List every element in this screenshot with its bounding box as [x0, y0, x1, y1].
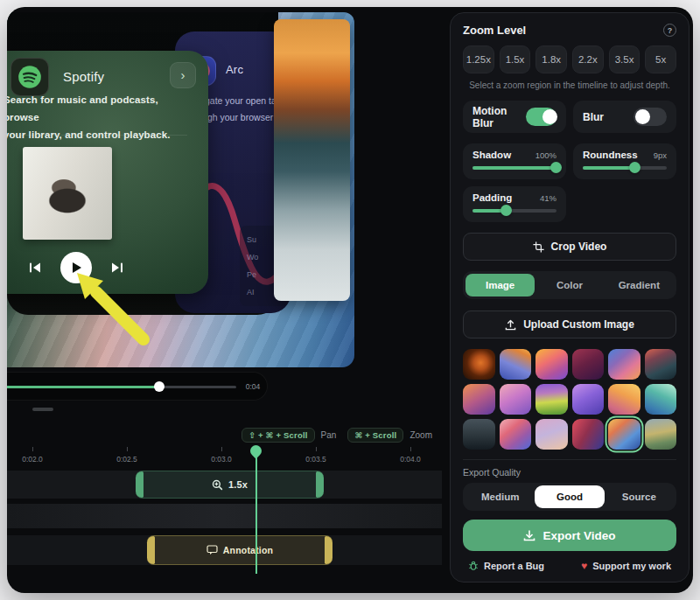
photo-strip: [274, 19, 350, 301]
wallpaper-thumbnail[interactable]: [463, 384, 495, 415]
chevron-right-button[interactable]: ›: [170, 62, 196, 88]
arc-card-title: Arc: [226, 63, 243, 76]
scrubber-remaining: [159, 386, 236, 388]
wallpaper-thumbnail[interactable]: [536, 349, 568, 380]
panel-resize-handle[interactable]: [32, 408, 53, 411]
spotify-logo-icon: [18, 65, 42, 89]
report-bug-link[interactable]: Report a Bug: [468, 561, 544, 571]
annotation-track[interactable]: Annotation: [7, 535, 442, 565]
zoom-track[interactable]: 1.5x: [7, 471, 442, 499]
zoom-level-button[interactable]: 3.5x: [609, 45, 640, 73]
quality-medium[interactable]: Medium: [466, 485, 535, 508]
ruler-tick: 0:04.0: [393, 447, 428, 464]
heart-icon: ♥: [581, 560, 587, 572]
wallpaper-thumbnail[interactable]: [500, 384, 532, 415]
roundness-label: Roundness: [583, 150, 638, 160]
shadow-slider-card: Shadow 100%: [463, 143, 566, 179]
video-preview[interactable]: Arc Navigate your open tab through your …: [7, 12, 354, 367]
background-type-tabs: Image Color Gradient: [463, 271, 676, 299]
roundness-slider[interactable]: [583, 166, 667, 170]
slider-knob[interactable]: [500, 205, 512, 216]
padding-slider[interactable]: [472, 209, 556, 213]
zoom-level-button[interactable]: 1.8x: [536, 45, 567, 73]
wallpaper-thumbnail[interactable]: [608, 419, 640, 450]
ruler-tick: 0:02.0: [15, 447, 50, 464]
timeline-ruler[interactable]: 0:02.00:02.50:03.00:03.50:04.0: [7, 447, 442, 473]
slider-knob[interactable]: [550, 162, 562, 173]
pan-shortcut-badge: ⇧ + ⌘ + Scroll: [242, 428, 315, 443]
upload-custom-image-button[interactable]: Upload Custom Image: [463, 310, 676, 338]
zoom-level-button[interactable]: 5x: [645, 45, 676, 73]
spotify-card-title: Spotify: [63, 69, 104, 84]
wallpaper-thumbnail[interactable]: [536, 419, 568, 450]
wallpaper-thumbnail[interactable]: [572, 384, 605, 415]
zoom-segment-label: 1.5x: [228, 479, 248, 490]
slider-fill: [472, 166, 556, 170]
padding-slider-card: Padding 41%: [463, 186, 566, 222]
wallpaper-thumbnail[interactable]: [536, 384, 568, 415]
video-clip-track[interactable]: [7, 504, 442, 528]
wallpaper-thumbnail[interactable]: [463, 419, 495, 450]
previous-track-icon[interactable]: [28, 262, 42, 274]
wallpaper-thumbnail[interactable]: [463, 349, 495, 380]
speech-bubble-icon: [206, 545, 218, 555]
playback-scrubber[interactable]: 0:04: [7, 372, 268, 401]
shadow-label: Shadow: [472, 150, 511, 160]
tab-color[interactable]: Color: [535, 274, 604, 297]
roundness-slider-card: Roundness 9px: [573, 143, 676, 179]
upload-icon: [505, 319, 516, 331]
blur-toggle[interactable]: [634, 108, 667, 126]
shadow-value: 100%: [536, 150, 556, 160]
support-link[interactable]: ♥ Support my work: [581, 560, 671, 572]
tab-gradient[interactable]: Gradient: [605, 274, 674, 297]
motion-blur-label: Motion Blur: [472, 105, 526, 129]
zoom-segment[interactable]: 1.5x: [136, 471, 324, 499]
roundness-value: 9px: [654, 150, 667, 160]
wallpaper-thumbnail[interactable]: [572, 349, 605, 380]
magnifier-plus-icon: [212, 479, 223, 491]
crop-video-button[interactable]: Crop Video: [463, 233, 676, 261]
bug-icon: [468, 561, 479, 571]
wallpaper-thumbnail[interactable]: [645, 419, 677, 450]
wallpaper-grid: [463, 349, 676, 450]
zoom-level-button[interactable]: 1.25x: [463, 45, 494, 73]
zoom-label: Zoom: [410, 430, 432, 440]
panel-title: Zoom Level: [463, 24, 526, 37]
annotation-segment[interactable]: Annotation: [147, 535, 332, 565]
wallpaper-thumbnail[interactable]: [645, 384, 677, 415]
duration-label: 0:04: [239, 382, 267, 391]
download-icon: [523, 529, 536, 541]
card-divider: [7, 135, 187, 136]
scrubber-handle[interactable]: [154, 381, 164, 392]
padding-label: Padding: [472, 192, 512, 203]
album-art: [23, 147, 112, 240]
tab-image[interactable]: Image: [466, 274, 535, 297]
shadow-slider[interactable]: [472, 166, 556, 170]
toggle-knob: [635, 109, 650, 124]
motion-blur-toggle[interactable]: [526, 108, 556, 126]
blur-card: Blur: [573, 101, 676, 133]
wallpaper-thumbnail[interactable]: [645, 349, 677, 380]
app-window: Arc Navigate your open tab through your …: [7, 7, 693, 593]
quality-good[interactable]: Good: [535, 485, 604, 508]
quality-source[interactable]: Source: [605, 485, 674, 508]
toggle-knob: [542, 109, 557, 124]
playhead-line[interactable]: [256, 455, 257, 574]
export-quality-tabs: Medium Good Source: [463, 483, 676, 511]
zoom-level-button[interactable]: 1.5x: [500, 45, 531, 73]
ruler-tick: 0:02.5: [109, 447, 144, 464]
zoom-level-button[interactable]: 2.2x: [572, 45, 604, 73]
divider: [463, 459, 676, 460]
zoom-level-buttons: 1.25x1.5x1.8x2.2x3.5x5x: [463, 45, 676, 73]
wallpaper-thumbnail[interactable]: [608, 384, 640, 415]
zoom-shortcut-badge: ⌘ + Scroll: [347, 428, 403, 443]
export-video-button[interactable]: Export Video: [463, 520, 676, 551]
motion-blur-card: Motion Blur: [463, 101, 566, 133]
slider-knob[interactable]: [629, 162, 640, 173]
wallpaper-thumbnail[interactable]: [500, 419, 532, 450]
settings-panel: Zoom Level ? 1.25x1.5x1.8x2.2x3.5x5x Sel…: [450, 12, 690, 583]
wallpaper-thumbnail[interactable]: [572, 419, 605, 450]
help-icon[interactable]: ?: [663, 24, 676, 37]
wallpaper-thumbnail[interactable]: [500, 349, 532, 380]
wallpaper-thumbnail[interactable]: [608, 349, 640, 380]
